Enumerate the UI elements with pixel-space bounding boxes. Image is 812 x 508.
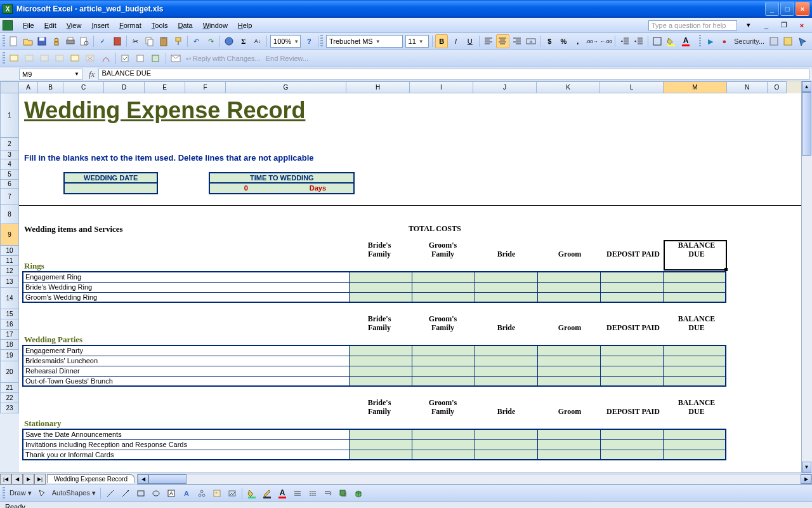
- autoshapes-menu[interactable]: AutoShapes ▾: [49, 489, 98, 497]
- row-header-21[interactable]: 21: [0, 383, 19, 393]
- decrease-decimal-icon[interactable]: ←.00: [599, 34, 612, 48]
- comma-icon[interactable]: ,: [572, 34, 584, 48]
- menu-tools[interactable]: Tools: [147, 20, 173, 30]
- doc-close-button[interactable]: ×: [795, 18, 809, 32]
- value-cell[interactable]: [349, 429, 412, 439]
- research-icon[interactable]: [111, 34, 124, 48]
- row-header-9[interactable]: 9: [0, 224, 19, 246]
- value-cell[interactable]: [349, 292, 412, 302]
- value-cell[interactable]: [600, 429, 663, 439]
- track-changes-icon[interactable]: [119, 51, 133, 65]
- table-row[interactable]: Groom's Wedding Ring: [23, 292, 726, 302]
- value-cell[interactable]: [349, 282, 412, 292]
- scroll-down-icon[interactable]: ▼: [802, 462, 811, 472]
- menu-edit[interactable]: Edit: [39, 20, 62, 30]
- new-comment-icon[interactable]: [8, 51, 22, 65]
- toolbar-grip[interactable]: [3, 487, 5, 500]
- 3d-style-icon[interactable]: [351, 486, 365, 500]
- value-cell[interactable]: [600, 376, 663, 386]
- value-cell[interactable]: [537, 439, 600, 450]
- table-row[interactable]: Out-of-Town Guests' Brunch: [23, 376, 726, 386]
- wedding-date-value[interactable]: [65, 184, 157, 193]
- value-cell[interactable]: [412, 439, 475, 450]
- row-header-2[interactable]: 2: [0, 138, 19, 150]
- macro-record-icon[interactable]: ●: [718, 34, 731, 48]
- col-header-F[interactable]: F: [185, 81, 226, 93]
- row-header-11[interactable]: 11: [0, 256, 19, 266]
- font-dropdown[interactable]: Trebuchet MS▼: [326, 35, 402, 48]
- value-cell[interactable]: [349, 376, 412, 386]
- align-center-icon[interactable]: [496, 34, 509, 48]
- menu-window[interactable]: Window: [198, 20, 233, 30]
- row-header-1[interactable]: 1: [0, 93, 19, 138]
- row-header-10[interactable]: 10: [0, 246, 19, 256]
- row-header-19[interactable]: 19: [0, 350, 19, 361]
- value-cell[interactable]: [663, 282, 726, 292]
- table-row[interactable]: Bridesmaids' Luncheon: [23, 356, 726, 366]
- col-header-N[interactable]: N: [727, 81, 768, 93]
- maximize-button[interactable]: □: [780, 2, 794, 16]
- line-color-icon[interactable]: [260, 486, 274, 500]
- help-search[interactable]: Type a question for help: [648, 20, 737, 30]
- increase-decimal-icon[interactable]: .00→: [586, 34, 598, 48]
- value-cell[interactable]: [349, 366, 412, 376]
- tab-next-icon[interactable]: ▶: [23, 474, 34, 485]
- formula-input[interactable]: BALANCE DUE: [98, 69, 809, 80]
- data-table[interactable]: Engagement PartyBridesmaids' LuncheonReh…: [22, 345, 726, 387]
- name-box[interactable]: M9▼: [19, 69, 82, 80]
- close-button[interactable]: ×: [796, 2, 809, 16]
- tab-first-icon[interactable]: |◀: [0, 474, 11, 485]
- value-cell[interactable]: [349, 345, 412, 356]
- reply-changes-button[interactable]: ↩ Reply with Changes...: [183, 55, 263, 62]
- row-header-17[interactable]: 17: [0, 330, 19, 340]
- col-header-G[interactable]: G: [226, 81, 346, 93]
- value-cell[interactable]: [663, 429, 726, 439]
- autosum-icon[interactable]: Σ: [237, 34, 250, 48]
- value-cell[interactable]: [600, 450, 663, 460]
- menu-format[interactable]: Format: [114, 20, 147, 30]
- menu-file[interactable]: File: [18, 20, 39, 30]
- col-header-J[interactable]: J: [473, 81, 537, 93]
- arrow-icon[interactable]: [119, 486, 133, 500]
- item-name-cell[interactable]: Out-of-Town Guests' Brunch: [23, 376, 349, 386]
- textbox-icon[interactable]: A: [164, 486, 178, 500]
- rectangle-icon[interactable]: [134, 486, 148, 500]
- fill-color-icon[interactable]: [665, 34, 678, 48]
- toolbar-grip[interactable]: [320, 35, 323, 48]
- control-toolbox-icon[interactable]: [782, 34, 794, 48]
- value-cell[interactable]: [412, 272, 475, 282]
- merge-center-icon[interactable]: a: [525, 34, 537, 48]
- item-name-cell[interactable]: Bridesmaids' Luncheon: [23, 356, 349, 366]
- horizontal-scrollbar[interactable]: ◀ ▶: [137, 474, 812, 485]
- item-name-cell[interactable]: Bride's Wedding Ring: [23, 282, 349, 292]
- delete-comment-icon[interactable]: [84, 51, 98, 65]
- value-cell[interactable]: [475, 366, 537, 376]
- show-comment-icon[interactable]: [53, 51, 67, 65]
- row-header-3[interactable]: 3: [0, 150, 19, 159]
- value-cell[interactable]: [412, 450, 475, 460]
- scroll-right-icon[interactable]: ▶: [801, 474, 811, 484]
- col-header-O[interactable]: O: [768, 81, 787, 93]
- sheet-tab[interactable]: Wedding Expense Record: [47, 474, 134, 483]
- item-name-cell[interactable]: Invitations including Reception and Resp…: [23, 439, 349, 450]
- value-cell[interactable]: [475, 272, 537, 282]
- value-cell[interactable]: [475, 376, 537, 386]
- row-header-5[interactable]: 5: [0, 170, 19, 180]
- hyperlink-icon[interactable]: [223, 34, 235, 48]
- col-header-M[interactable]: M: [664, 81, 727, 93]
- menu-data[interactable]: Data: [173, 20, 197, 30]
- value-cell[interactable]: [537, 356, 600, 366]
- font-color-draw-icon[interactable]: A: [275, 486, 289, 500]
- value-cell[interactable]: [475, 356, 537, 366]
- row-header-20[interactable]: 20: [0, 361, 19, 383]
- table-row[interactable]: Engagement Party: [23, 345, 726, 356]
- value-cell[interactable]: [600, 345, 663, 356]
- value-cell[interactable]: [412, 366, 475, 376]
- sort-asc-icon[interactable]: A↓: [251, 34, 264, 48]
- col-header-H[interactable]: H: [346, 81, 410, 93]
- value-cell[interactable]: [412, 282, 475, 292]
- col-header-E[interactable]: E: [145, 81, 185, 93]
- value-cell[interactable]: [475, 429, 537, 439]
- line-icon[interactable]: [103, 486, 117, 500]
- value-cell[interactable]: [600, 356, 663, 366]
